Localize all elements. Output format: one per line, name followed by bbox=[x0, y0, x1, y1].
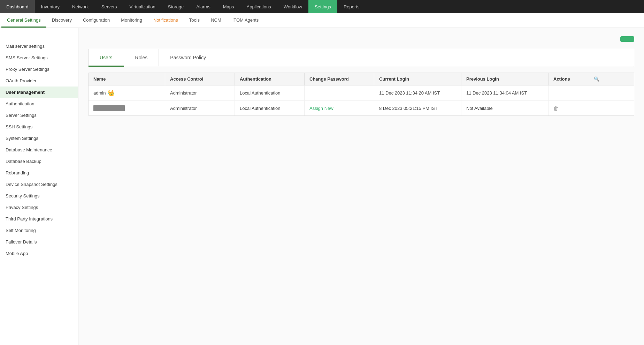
cell-name-1 bbox=[89, 101, 165, 115]
second-nav: General SettingsDiscoveryConfigurationMo… bbox=[0, 13, 644, 28]
cell-previous-login-0: 11 Dec 2023 11:34:04 AM IST bbox=[461, 85, 549, 100]
cell-access-1: Administrator bbox=[165, 101, 235, 115]
col-access: Access Control bbox=[165, 73, 235, 85]
second-nav-item-configuration[interactable]: Configuration bbox=[77, 13, 115, 28]
cell-actions-1: 🗑 bbox=[549, 101, 590, 115]
tab-roles[interactable]: Roles bbox=[124, 49, 159, 67]
top-nav-item-applications[interactable]: Applications bbox=[240, 0, 277, 13]
cell-previous-login-1: Not Available bbox=[461, 101, 549, 115]
cell-name-0: admin👑 bbox=[89, 85, 165, 100]
top-nav: DashboardInventoryNetworkServersVirtuali… bbox=[0, 0, 644, 13]
col-current-login: Current Login bbox=[374, 73, 461, 85]
assign-new-link[interactable]: Assign New bbox=[309, 106, 334, 111]
tabs-container: UsersRolesPassword Policy bbox=[88, 49, 634, 67]
sidebar-item-database-maintenance[interactable]: Database Maintenance bbox=[0, 144, 78, 156]
top-nav-item-storage[interactable]: Storage bbox=[162, 0, 190, 13]
user-table: Name Access Control Authentication Chang… bbox=[88, 73, 634, 116]
layout: Mail server settingsSMS Server SettingsP… bbox=[0, 28, 644, 345]
sidebar-item-self-monitoring[interactable]: Self Monitoring bbox=[0, 225, 78, 236]
cell-empty-0 bbox=[590, 85, 604, 100]
cell-actions-0 bbox=[549, 85, 590, 100]
add-user-button[interactable] bbox=[620, 36, 634, 42]
top-nav-item-virtualization[interactable]: Virtualization bbox=[123, 0, 162, 13]
sidebar-item-rebranding[interactable]: Rebranding bbox=[0, 167, 78, 179]
page-header bbox=[88, 36, 634, 42]
redacted-name bbox=[93, 105, 125, 111]
second-nav-item-notifications[interactable]: Notifications bbox=[148, 13, 184, 28]
sidebar-item-server-settings[interactable]: Server Settings bbox=[0, 110, 78, 121]
cell-current-login-1: 8 Dec 2023 05:21:15 PM IST bbox=[374, 101, 461, 115]
table-header: Name Access Control Authentication Chang… bbox=[89, 73, 634, 85]
cell-empty-1 bbox=[590, 101, 604, 115]
tab-password-policy[interactable]: Password Policy bbox=[159, 49, 217, 67]
sidebar-item-mail-server-settings[interactable]: Mail server settings bbox=[0, 40, 78, 52]
delete-icon[interactable]: 🗑 bbox=[553, 105, 559, 111]
tab-users[interactable]: Users bbox=[89, 49, 124, 67]
sidebar-item-security-settings[interactable]: Security Settings bbox=[0, 190, 78, 202]
main-content: UsersRolesPassword Policy Name Access Co… bbox=[78, 28, 644, 345]
sidebar-item-sms-server-settings[interactable]: SMS Server Settings bbox=[0, 52, 78, 63]
sidebar-item-proxy-server-settings[interactable]: Proxy Server Settings bbox=[0, 63, 78, 75]
top-nav-item-servers[interactable]: Servers bbox=[95, 0, 123, 13]
sidebar: Mail server settingsSMS Server SettingsP… bbox=[0, 28, 78, 345]
table-row: AdministratorLocal AuthenticationAssign … bbox=[89, 101, 634, 115]
second-nav-item-general-settings[interactable]: General Settings bbox=[1, 13, 46, 28]
sidebar-item-ssh-settings[interactable]: SSH Settings bbox=[0, 121, 78, 133]
search-icon[interactable]: 🔍 bbox=[594, 76, 599, 82]
sidebar-item-system-settings[interactable]: System Settings bbox=[0, 133, 78, 144]
top-nav-item-network[interactable]: Network bbox=[66, 0, 95, 13]
table-row: admin👑AdministratorLocal Authentication1… bbox=[89, 85, 634, 101]
sidebar-item-mobile-app[interactable]: Mobile App bbox=[0, 248, 78, 259]
sidebar-title bbox=[0, 32, 78, 40]
cell-auth-1: Local Authentication bbox=[235, 101, 305, 115]
second-nav-item-discovery[interactable]: Discovery bbox=[46, 13, 77, 28]
col-auth: Authentication bbox=[235, 73, 305, 85]
col-name: Name bbox=[89, 73, 165, 85]
crown-icon: 👑 bbox=[108, 90, 115, 96]
sidebar-item-device-snapshot-settings[interactable]: Device Snapshot Settings bbox=[0, 179, 78, 190]
top-nav-item-alarms[interactable]: Alarms bbox=[190, 0, 216, 13]
col-previous-login: Previous Login bbox=[461, 73, 549, 85]
user-name: admin bbox=[93, 90, 106, 96]
second-nav-item-tools[interactable]: Tools bbox=[184, 13, 205, 28]
cell-change-pw-1[interactable]: Assign New bbox=[305, 101, 374, 115]
col-search[interactable]: 🔍 bbox=[590, 73, 604, 85]
top-nav-item-dashboard[interactable]: Dashboard bbox=[0, 0, 35, 13]
top-nav-item-workflow[interactable]: Workflow bbox=[277, 0, 308, 13]
cell-change-pw-0 bbox=[305, 85, 374, 100]
sidebar-item-database-backup[interactable]: Database Backup bbox=[0, 156, 78, 167]
col-actions: Actions bbox=[549, 73, 590, 85]
second-nav-item-ncm[interactable]: NCM bbox=[205, 13, 227, 28]
cell-auth-0: Local Authentication bbox=[235, 85, 305, 100]
sidebar-item-authentication[interactable]: Authentication bbox=[0, 98, 78, 110]
top-nav-item-maps[interactable]: Maps bbox=[217, 0, 240, 13]
cell-access-0: Administrator bbox=[165, 85, 235, 100]
sidebar-item-user-management[interactable]: User Management bbox=[0, 87, 78, 98]
sidebar-item-third-party-integrations[interactable]: Third Party Integrations bbox=[0, 213, 78, 225]
top-nav-item-settings[interactable]: Settings bbox=[308, 0, 337, 13]
sidebar-item-failover-details[interactable]: Failover Details bbox=[0, 236, 78, 248]
col-change-pw: Change Password bbox=[305, 73, 374, 85]
sidebar-item-privacy-settings[interactable]: Privacy Settings bbox=[0, 202, 78, 213]
top-nav-item-reports[interactable]: Reports bbox=[337, 0, 366, 13]
second-nav-item-monitoring[interactable]: Monitoring bbox=[115, 13, 148, 28]
cell-current-login-0: 11 Dec 2023 11:34:20 AM IST bbox=[374, 85, 461, 100]
sidebar-item-oauth-provider[interactable]: OAuth Provider bbox=[0, 75, 78, 87]
top-nav-item-inventory[interactable]: Inventory bbox=[35, 0, 66, 13]
second-nav-item-itom-agents[interactable]: ITOM Agents bbox=[227, 13, 264, 28]
